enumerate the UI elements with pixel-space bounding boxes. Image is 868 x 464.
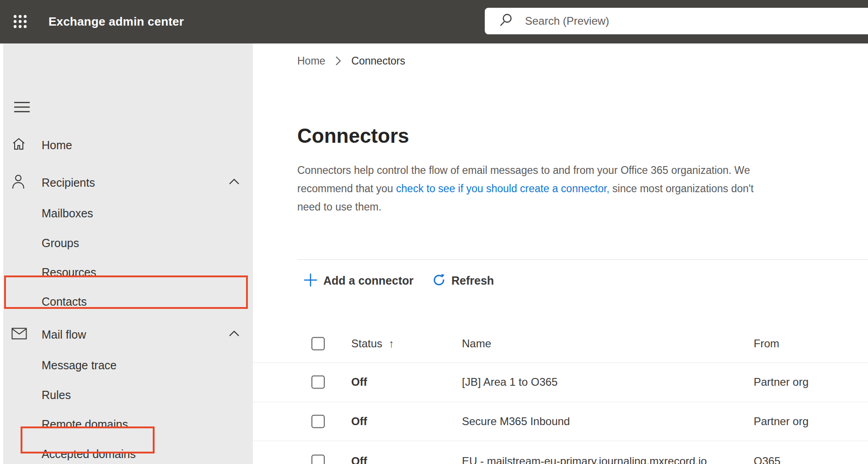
row-checkbox[interactable] — [311, 415, 325, 428]
breadcrumb-current: Connectors — [351, 55, 405, 67]
sidebar-item-label: Remote domains — [42, 418, 128, 431]
add-connector-label: Add a connector — [323, 274, 413, 287]
house-icon — [11, 137, 26, 153]
search-input[interactable] — [524, 14, 823, 28]
sidebar-item-label: Groups — [42, 237, 79, 250]
chevron-right-icon — [335, 56, 341, 66]
status-header-label: Status — [351, 337, 382, 350]
page-description: Connectors help control the flow of emai… — [297, 161, 754, 216]
topbar: Exchange admin center — [0, 0, 868, 43]
sidebar-item-recipients[interactable]: Recipients — [3, 168, 253, 197]
column-header-name[interactable]: Name — [462, 337, 491, 350]
sidebar-item-remote-domains[interactable]: Remote domains — [3, 411, 253, 437]
row-status: Off — [351, 415, 367, 428]
person-icon — [11, 174, 25, 191]
sidebar-item-rules[interactable]: Rules — [3, 382, 253, 408]
row-checkbox[interactable] — [311, 455, 325, 464]
main-content: Home Connectors Connectors Connectors he… — [253, 43, 868, 464]
column-header-from[interactable]: From — [754, 337, 779, 350]
toolbar: Add a connector Refresh — [253, 270, 868, 291]
sidebar-item-groups[interactable]: Groups — [3, 230, 253, 256]
description-line-2-before: recommend that you — [297, 183, 396, 194]
column-header-status[interactable]: Status↑ — [351, 337, 394, 350]
sidebar-item-mailboxes[interactable]: Mailboxes — [3, 200, 253, 226]
select-all-checkbox[interactable] — [311, 337, 325, 351]
exchange-admin-center-window: Exchange admin center — [0, 0, 868, 464]
row-from: Partner org — [754, 376, 809, 388]
sidebar-item-mail-flow[interactable]: Mail flow — [3, 320, 253, 349]
sidebar-item-label: Rules — [42, 388, 71, 402]
circular-arrow-icon — [432, 273, 446, 288]
breadcrumb-home-link[interactable]: Home — [297, 55, 325, 67]
chevron-up-icon — [229, 178, 240, 187]
row-status: Off — [351, 455, 367, 464]
create-connector-link[interactable]: check to see if you should create a conn… — [396, 183, 610, 194]
sidebar-item-label: Resources — [42, 266, 96, 279]
refresh-button[interactable]: Refresh — [432, 270, 494, 291]
sidebar-item-label: Mailboxes — [42, 207, 93, 220]
sidebar-item-label: Accepted domains — [42, 448, 136, 461]
table-row: Off [JB] Area 1 to O365 Partner org — [253, 362, 868, 402]
from-header-label: From — [754, 337, 779, 350]
table-row: Off Secure M365 Inbound Partner org — [253, 402, 868, 441]
plus-icon — [303, 273, 318, 289]
breadcrumb: Home Connectors — [297, 53, 405, 69]
sidebar-item-label: Recipients — [42, 176, 95, 189]
sidebar-item-accepted-domains[interactable]: Accepted domains — [3, 441, 253, 464]
sidebar-item-home[interactable]: Home — [3, 130, 253, 160]
toolbar-divider — [297, 259, 868, 260]
sidebar-item-label: Home — [42, 139, 72, 152]
hamburger-icon — [14, 108, 30, 115]
app-launcher-button[interactable] — [10, 14, 27, 30]
envelope-icon — [11, 328, 27, 341]
sidebar-nav: Home Recipients Mailboxes Groups — [3, 43, 253, 464]
row-name[interactable]: Secure M365 Inbound — [462, 415, 570, 428]
name-header-label: Name — [462, 337, 491, 350]
row-status: Off — [351, 376, 367, 388]
description-line-3: need to use them. — [297, 198, 754, 216]
arrow-up-icon: ↑ — [389, 337, 394, 350]
refresh-label: Refresh — [451, 274, 494, 287]
sidebar-item-label: Contacts — [42, 295, 87, 308]
nav-toggle-button[interactable] — [11, 97, 31, 118]
sidebar-item-contacts[interactable]: Contacts — [3, 289, 253, 314]
row-name[interactable]: EU - mailstream-eu-primary.journaling.mx… — [462, 455, 707, 464]
chevron-up-icon — [229, 330, 240, 339]
page-title: Connectors — [297, 122, 409, 150]
description-line-1: Connectors help control the flow of emai… — [297, 161, 754, 179]
sidebar-item-resources[interactable]: Resources — [3, 259, 253, 285]
row-from: Partner org — [754, 415, 809, 428]
add-connector-button[interactable]: Add a connector — [303, 270, 413, 291]
left-edge-strip — [0, 43, 3, 464]
app-title: Exchange admin center — [48, 15, 184, 29]
row-name[interactable]: [JB] Area 1 to O365 — [462, 376, 557, 388]
magnifier-icon — [498, 12, 514, 30]
sidebar-item-message-trace[interactable]: Message trace — [3, 352, 253, 378]
table-header-row: Status↑ Name From — [253, 325, 868, 363]
table-row: Off EU - mailstream-eu-primary.journalin… — [253, 441, 868, 464]
description-line-2-after: since most organizations don't — [610, 183, 754, 194]
waffle-grid-icon — [13, 23, 27, 30]
global-search — [485, 8, 868, 34]
row-from: O365 — [754, 455, 781, 464]
sidebar-item-label: Mail flow — [42, 328, 86, 341]
description-line-2: recommend that you check to see if you s… — [297, 179, 754, 198]
sidebar-item-label: Message trace — [42, 359, 117, 372]
row-checkbox[interactable] — [311, 376, 325, 389]
